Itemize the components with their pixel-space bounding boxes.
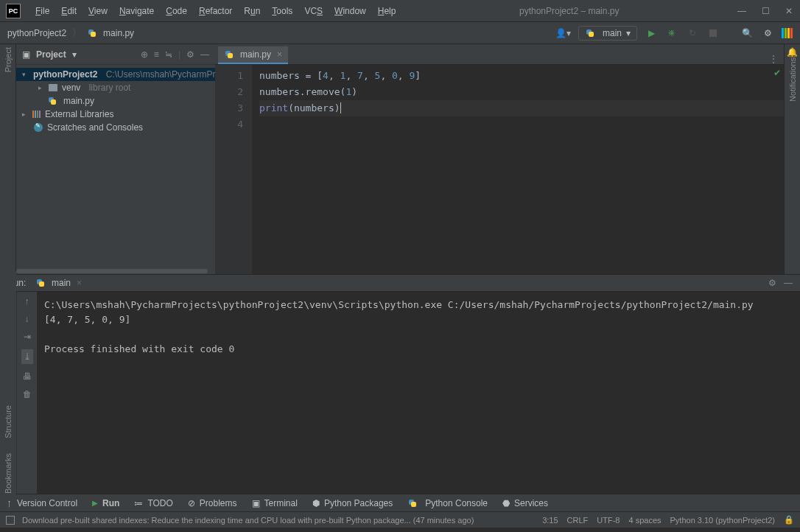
run-tab-label: main xyxy=(52,278,71,288)
h-scrollbar[interactable] xyxy=(16,268,215,274)
project-tool-button[interactable]: Project xyxy=(4,47,13,72)
tab-main-py[interactable]: main.py × xyxy=(218,46,288,64)
todo-icon: ≔ xyxy=(134,498,143,508)
tree-root-label: pythonProject2 xyxy=(33,69,97,80)
chevron-down-icon[interactable]: ▾ xyxy=(22,71,26,78)
expand-all-icon[interactable]: ≡ xyxy=(154,49,159,60)
menu-navigate[interactable]: Navigate xyxy=(113,3,160,19)
tree-root[interactable]: ▾ pythonProject2 C:\Users\mshah\PycharmP… xyxy=(16,68,215,81)
search-button[interactable]: 🔍 xyxy=(740,27,754,40)
menu-run[interactable]: Run xyxy=(238,3,266,19)
line-sep[interactable]: CRLF xyxy=(567,516,589,525)
project-pane: ▣ Project ▾ ⊕ ≡ ≒ | ⚙ — ▾ pythonProject2… xyxy=(16,44,215,274)
bell-icon[interactable]: 🔔 xyxy=(787,47,798,57)
add-config-icon[interactable]: 👤▾ xyxy=(555,28,571,38)
select-opened-file-icon[interactable]: ⊕ xyxy=(141,49,148,60)
project-title[interactable]: Project xyxy=(36,49,66,60)
services-icon: ⬣ xyxy=(502,498,510,508)
menubar: File Edit View Navigate Code Refactor Ru… xyxy=(29,3,401,19)
bottom-toolbar: ᚶVersion Control ▶Run ≔TODO ⊘Problems ▣T… xyxy=(0,494,800,511)
console-output[interactable]: C:\Users\mshah\PycharmProjects\pythonPro… xyxy=(37,292,800,494)
print-icon[interactable]: 🖶 xyxy=(23,371,32,382)
minimize-button[interactable]: — xyxy=(737,6,747,16)
vcs-tool-button[interactable]: ᚶVersion Control xyxy=(7,498,77,508)
crumb-project[interactable]: pythonProject2 xyxy=(7,28,66,38)
down-icon[interactable]: ↓ xyxy=(25,314,29,324)
tool-window-toggle-icon[interactable] xyxy=(6,516,15,525)
todo-tool-button[interactable]: ≔TODO xyxy=(134,498,172,508)
run-tool-button[interactable]: ▶Run xyxy=(92,498,119,508)
tree-scratches[interactable]: Scratches and Consoles xyxy=(16,121,215,134)
close-button[interactable]: ✕ xyxy=(784,6,794,16)
collapse-all-icon[interactable]: ≒ xyxy=(165,49,172,60)
status-message[interactable]: Download pre-built shared indexes: Reduc… xyxy=(22,516,474,525)
editor[interactable]: 1 2 3 4 numbers = [4, 1, 7, 5, 0, 9] num… xyxy=(215,65,784,274)
folder-icon xyxy=(49,84,57,91)
inspection-ok-icon[interactable]: ✔ xyxy=(773,68,781,78)
chevron-down-icon[interactable]: ▾ xyxy=(72,49,77,60)
console-tool-button[interactable]: Python Console xyxy=(407,498,488,508)
run-config-selector[interactable]: main ▾ xyxy=(578,26,637,41)
bookmarks-tool-button[interactable]: Bookmarks xyxy=(4,453,13,494)
tab-options-icon[interactable]: ⋮ xyxy=(769,54,778,64)
gear-icon[interactable]: ⚙ xyxy=(186,49,194,60)
python-file-icon xyxy=(87,28,97,38)
indent[interactable]: 4 spaces xyxy=(628,516,661,525)
notifications-tool-button[interactable]: Notifications xyxy=(788,57,797,102)
hide-icon[interactable]: — xyxy=(784,278,793,288)
lock-icon[interactable]: 🔒 xyxy=(784,515,794,525)
project-view-icon: ▣ xyxy=(22,49,30,60)
menu-code[interactable]: Code xyxy=(160,3,193,19)
tree-item-label: venv xyxy=(62,83,80,93)
tree-file-main[interactable]: main.py xyxy=(16,94,215,108)
code-with-me-icon[interactable] xyxy=(782,28,793,38)
tree-item-label: Scratches and Consoles xyxy=(47,122,143,133)
menu-view[interactable]: View xyxy=(83,3,113,19)
close-icon[interactable]: × xyxy=(77,278,82,288)
chevron-right-icon[interactable]: ▸ xyxy=(38,84,46,91)
python-file-icon xyxy=(47,96,57,106)
chevron-right-icon[interactable]: ▸ xyxy=(22,111,29,118)
coverage-button[interactable]: ↻ xyxy=(686,27,699,40)
soft-wrap-icon[interactable]: ⇥ xyxy=(24,332,31,342)
project-tree[interactable]: ▾ pythonProject2 C:\Users\mshah\PycharmP… xyxy=(16,65,215,137)
menu-window[interactable]: Window xyxy=(329,3,372,19)
code-area[interactable]: numbers = [4, 1, 7, 5, 0, 9] numbers.rem… xyxy=(252,65,784,274)
gear-icon[interactable]: ⚙ xyxy=(768,278,776,288)
tree-item-label: External Libraries xyxy=(45,109,113,119)
terminal-icon: ▣ xyxy=(252,498,260,508)
debug-button[interactable]: ⛯ xyxy=(665,27,678,40)
menu-help[interactable]: Help xyxy=(372,3,402,19)
trash-icon[interactable]: 🗑 xyxy=(23,389,32,399)
tree-external-libs[interactable]: ▸ External Libraries xyxy=(16,108,215,121)
menu-file[interactable]: File xyxy=(29,3,55,19)
python-icon xyxy=(35,278,46,288)
run-tab-main[interactable]: main × xyxy=(31,276,86,290)
menu-edit[interactable]: Edit xyxy=(55,3,83,19)
maximize-button[interactable]: ☐ xyxy=(760,6,771,16)
hide-icon[interactable]: — xyxy=(200,49,209,60)
run-button[interactable]: ▶ xyxy=(645,27,658,40)
tree-root-path: C:\Users\mshah\PycharmProjects\pythonPro… xyxy=(106,69,215,80)
menu-tools[interactable]: Tools xyxy=(266,3,298,19)
interpreter[interactable]: Python 3.10 (pythonProject2) xyxy=(670,516,775,525)
structure-tool-button[interactable]: Structure xyxy=(4,405,13,438)
app-logo: PC xyxy=(6,4,21,18)
encoding[interactable]: UTF-8 xyxy=(597,516,620,525)
scroll-to-end-icon[interactable]: ⤓ xyxy=(21,349,33,364)
menu-refactor[interactable]: Refactor xyxy=(193,3,238,19)
tree-venv[interactable]: ▸ venv library root xyxy=(16,81,215,94)
up-icon[interactable]: ↑ xyxy=(25,296,29,307)
crumb-file[interactable]: main.py xyxy=(103,28,134,38)
close-icon[interactable]: × xyxy=(277,49,282,60)
packages-tool-button[interactable]: ⬢Python Packages xyxy=(312,498,393,508)
menu-vcs[interactable]: VCS xyxy=(298,3,329,19)
terminal-tool-button[interactable]: ▣Terminal xyxy=(252,498,298,508)
scratches-icon xyxy=(34,123,43,132)
settings-button[interactable]: ⚙ xyxy=(761,27,774,40)
caret-position[interactable]: 3:15 xyxy=(542,516,558,525)
problems-tool-button[interactable]: ⊘Problems xyxy=(188,498,237,508)
stop-button[interactable] xyxy=(706,27,720,40)
python-file-icon xyxy=(224,49,234,60)
services-tool-button[interactable]: ⬣Services xyxy=(502,498,548,508)
